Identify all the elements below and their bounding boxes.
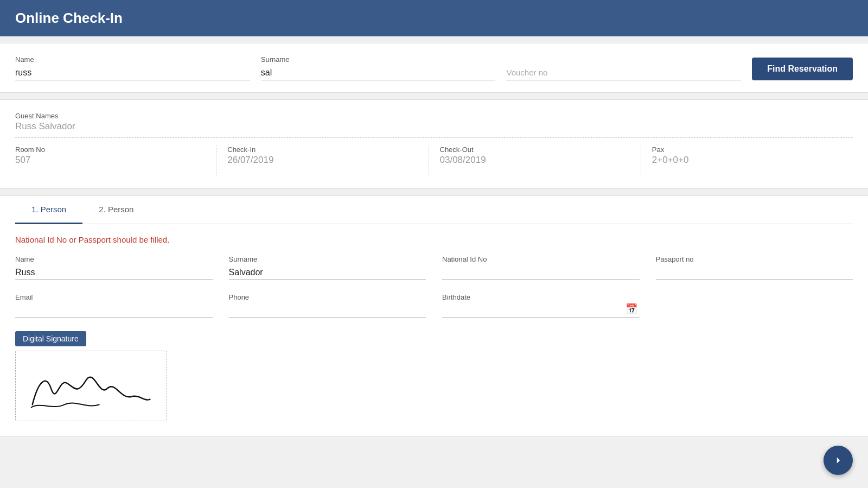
search-section: Name Surname Find Reservation [0, 43, 868, 93]
tab-person-2[interactable]: 2. Person [82, 196, 150, 224]
name-label: Name [15, 55, 250, 64]
validation-message: National Id No or Passport should be fil… [15, 235, 853, 244]
reservation-details-row: Room No 507 Check-In 26/07/2019 Check-Ou… [15, 145, 853, 176]
pax-value: 2+0+0+0 [652, 155, 842, 171]
email-label: Email [15, 293, 213, 301]
person-name-label: Name [15, 255, 213, 263]
signature-drawing [16, 351, 167, 421]
surname-label: Surname [261, 55, 496, 64]
birthdate-input[interactable] [442, 303, 640, 318]
phone-label: Phone [229, 293, 426, 301]
checkin-value: 26/07/2019 [227, 155, 417, 171]
voucher-input[interactable] [506, 66, 741, 80]
digital-signature-section: Digital Signature [15, 331, 853, 421]
passport-field: Pasaport no [656, 255, 853, 280]
person-section: 1. Person 2. Person National Id No or Pa… [0, 195, 868, 437]
email-field: Email [15, 293, 213, 318]
birthdate-field: Birthdate 📅 [442, 293, 640, 318]
reservation-section: Guest Names Russ Salvador Room No 507 Ch… [0, 99, 868, 189]
tab-person-1[interactable]: 1. Person [15, 196, 82, 224]
passport-label: Pasaport no [656, 255, 853, 263]
signature-box[interactable] [15, 351, 167, 421]
room-no-label: Room No [15, 145, 205, 154]
form-row-1: Name Surname National Id No Pasaport no [15, 255, 853, 280]
checkout-value: 03/08/2019 [440, 155, 630, 171]
digital-signature-label: Digital Signature [15, 331, 86, 346]
form-row-2: Email Phone Birthdate 📅 [15, 293, 853, 318]
name-input[interactable] [15, 66, 250, 80]
birthdate-label: Birthdate [442, 293, 640, 301]
room-no-col: Room No 507 [15, 145, 216, 176]
surname-field-group: Surname [261, 55, 496, 80]
checkin-label: Check-In [227, 145, 417, 154]
person-surname-label: Surname [229, 255, 426, 263]
page-header: Online Check-In [0, 0, 868, 36]
pax-col: Pax 2+0+0+0 [641, 145, 853, 176]
guest-names-value: Russ Salvador [15, 121, 853, 138]
name-field-group: Name [15, 55, 250, 80]
checkout-col: Check-Out 03/08/2019 [429, 145, 641, 176]
find-reservation-button[interactable]: Find Reservation [752, 58, 853, 80]
person-tabs: 1. Person 2. Person [15, 196, 853, 224]
email-input[interactable] [15, 303, 213, 318]
checkout-label: Check-Out [440, 145, 630, 154]
national-id-field: National Id No [442, 255, 640, 280]
surname-input[interactable] [261, 66, 496, 80]
national-id-label: National Id No [442, 255, 640, 263]
passport-input[interactable] [656, 265, 853, 280]
guest-names-label: Guest Names [15, 112, 853, 120]
person-name-field: Name [15, 255, 213, 280]
person-surname-field: Surname [229, 255, 426, 280]
national-id-input[interactable] [442, 265, 640, 280]
phone-input[interactable] [229, 303, 426, 318]
checkin-col: Check-In 26/07/2019 [216, 145, 429, 176]
placeholder-field [656, 293, 853, 318]
pax-label: Pax [652, 145, 842, 154]
search-row: Name Surname Find Reservation [15, 55, 853, 80]
room-no-value: 507 [15, 155, 205, 171]
person-surname-input[interactable] [229, 265, 426, 280]
page-title: Online Check-In [15, 10, 853, 27]
guest-names-group: Guest Names Russ Salvador [15, 112, 853, 138]
person-name-input[interactable] [15, 265, 213, 280]
voucher-field-group [506, 66, 741, 80]
phone-field: Phone [229, 293, 426, 318]
